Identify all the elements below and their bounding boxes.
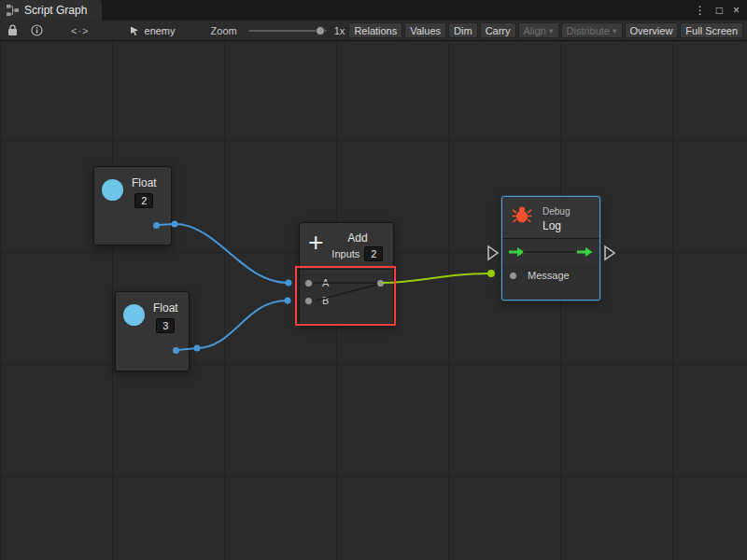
wire-endpoint-dot-green	[487, 270, 495, 277]
flow-input-triangle[interactable]	[488, 246, 498, 259]
relations-button[interactable]: Relations	[348, 22, 402, 38]
graph-toolbar: <·> enemy Zoom 1x Relations Values Dim C…	[0, 21, 747, 41]
port-label-b: B	[322, 295, 329, 306]
bug-icon	[512, 205, 532, 223]
titlebar: Script Graph ⋮ □ ×	[0, 0, 747, 21]
flow-input-arrow-icon[interactable]	[509, 246, 525, 258]
dim-button[interactable]: Dim	[448, 22, 478, 38]
float-output-port[interactable]	[173, 347, 179, 354]
values-button[interactable]: Values	[404, 22, 446, 38]
lock-icon[interactable]	[7, 24, 18, 36]
node-title: Log	[543, 219, 570, 232]
wire-endpoint-dot	[286, 280, 292, 287]
message-input-port[interactable]	[510, 273, 516, 279]
debug-log-node[interactable]: Debug Log Message	[501, 196, 600, 301]
float-node-1[interactable]: Float 2	[93, 166, 172, 245]
toolbar-buttons: Relations Values Dim Carry Align▾ Distri…	[346, 22, 743, 38]
tab-title: Script Graph	[24, 4, 87, 17]
float-node-2[interactable]: Float 3	[115, 291, 190, 371]
pointer-icon	[129, 25, 140, 36]
wire-float2-to-b[interactable]	[177, 301, 287, 350]
connector-toggle-icon[interactable]: <·>	[71, 25, 90, 36]
window-menu-icon[interactable]: ⋮	[695, 4, 706, 17]
add-node[interactable]: + Add Inputs 2 A B	[299, 222, 394, 325]
carry-button[interactable]: Carry	[480, 22, 516, 38]
chevron-down-icon: ▾	[613, 26, 617, 35]
zoom-slider[interactable]	[248, 30, 327, 32]
flow-output-triangle[interactable]	[605, 246, 614, 259]
plus-icon: +	[308, 230, 323, 269]
wire-endpoint-dot	[285, 298, 291, 304]
tab-script-graph[interactable]: Script Graph	[0, 0, 102, 21]
maximize-icon[interactable]: □	[716, 4, 723, 17]
breadcrumb-label: enemy	[145, 25, 176, 36]
wire-endpoint-dot	[194, 345, 201, 352]
node-title: Float	[153, 301, 178, 315]
node-title: Add	[347, 231, 367, 245]
port-label-a: A	[322, 277, 329, 288]
wire-float1-to-a[interactable]	[158, 224, 288, 283]
graph-canvas[interactable]: Float 2 Float 3 + Add Inputs 2	[0, 41, 747, 560]
float-value-field[interactable]: 2	[134, 193, 153, 208]
zoom-slider-handle[interactable]	[316, 26, 325, 35]
distribute-button[interactable]: Distribute▾	[561, 22, 623, 38]
add-output-port[interactable]	[377, 280, 384, 287]
zoom-label: Zoom	[211, 25, 237, 36]
wire-endpoint-dot	[172, 221, 178, 228]
zoom-value: 1x	[334, 25, 345, 36]
add-ports-section	[300, 269, 393, 324]
align-button[interactable]: Align▾	[518, 22, 559, 38]
float-output-port[interactable]	[153, 222, 160, 229]
info-icon[interactable]	[31, 24, 43, 36]
graph-breadcrumb[interactable]: enemy	[129, 25, 176, 36]
float-value-field[interactable]: 3	[156, 318, 175, 333]
float-type-icon	[123, 304, 145, 326]
message-label: Message	[528, 270, 570, 281]
inputs-label: Inputs	[331, 248, 359, 259]
chevron-down-icon: ▾	[549, 26, 554, 35]
input-port-b[interactable]	[305, 298, 312, 304]
wire-add-to-message[interactable]	[382, 273, 489, 283]
node-category: Debug	[543, 206, 570, 217]
node-title: Float	[132, 176, 157, 189]
window-controls: ⋮ □ ×	[695, 0, 747, 21]
script-graph-icon	[7, 5, 19, 16]
flow-output-arrow-icon[interactable]	[577, 246, 593, 258]
close-icon[interactable]: ×	[733, 4, 740, 17]
input-port-a[interactable]	[305, 280, 312, 287]
flow-ports-row	[502, 238, 599, 264]
overview-button[interactable]: Overview	[625, 22, 679, 38]
fullscreen-button[interactable]: Full Screen	[680, 22, 743, 38]
inputs-count-field[interactable]: 2	[364, 246, 383, 261]
float-type-icon	[102, 179, 123, 201]
